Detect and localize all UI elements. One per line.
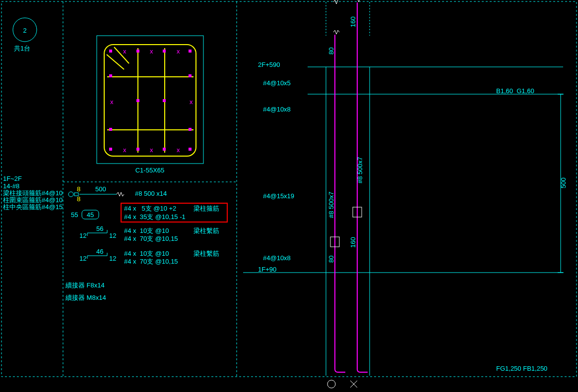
svg-text:8: 8: [77, 195, 80, 203]
svg-rect-6: [109, 50, 112, 53]
svg-rect-7: [136, 50, 139, 53]
svg-text:12: 12: [109, 232, 116, 239]
svg-text:梁柱繫筋: 梁柱繫筋: [193, 250, 219, 257]
svg-text:500: 500: [560, 177, 567, 188]
svg-text:x: x: [177, 146, 180, 154]
svg-point-30: [68, 192, 73, 197]
svg-rect-19: [163, 99, 166, 102]
close-icon: [350, 381, 357, 388]
svg-text:12: 12: [79, 232, 86, 239]
svg-rect-17: [189, 148, 192, 151]
svg-text:55: 55: [71, 211, 78, 219]
section-label: C1-55X65: [135, 167, 165, 174]
svg-text:#4@10x8: #4@10x8: [263, 106, 291, 113]
bars-label: 14-#8: [3, 182, 19, 190]
svg-text:梁柱繫筋: 梁柱繫筋: [193, 227, 219, 234]
svg-rect-16: [163, 148, 166, 151]
svg-text:#4 x  10支 @10: #4 x 10支 @10: [124, 250, 169, 257]
svg-text:x: x: [150, 48, 153, 55]
svg-text:#8 500x7: #8 500x7: [327, 192, 335, 219]
svg-text:12: 12: [109, 255, 116, 262]
svg-text:#4 x  35支 @10,15 -1: #4 x 35支 @10,15 -1: [124, 213, 186, 221]
svg-text:#4@10x8: #4@10x8: [263, 254, 291, 262]
svg-text:500: 500: [95, 185, 106, 193]
svg-text:80: 80: [327, 256, 335, 263]
spec-block: 500 8 8 #8 500 x14 55 45 #4 x 5支 @10 +2 …: [65, 185, 227, 301]
note-3: 柱中央區箍筋#4@15: [3, 203, 63, 211]
svg-rect-15: [136, 148, 139, 151]
svg-text:x: x: [150, 146, 153, 154]
beam-bottom: FG1,250 FB1,250: [496, 365, 547, 372]
svg-rect-12: [109, 128, 112, 131]
svg-text:160: 160: [349, 237, 357, 248]
svg-text:#4 x   5支 @10 +2: #4 x 5支 @10 +2: [124, 205, 176, 212]
svg-text:#4 x  70支 @10,15: #4 x 70支 @10,15: [124, 235, 178, 242]
level-1f: 1F+90: [258, 266, 276, 273]
detail-number: 2: [23, 27, 26, 34]
svg-text:x: x: [190, 98, 193, 106]
elevation: 160 80 160 80 #8 500x7 #8 500x7 500 2F+5…: [243, 0, 567, 376]
svg-text:45: 45: [87, 211, 94, 219]
svg-rect-13: [189, 128, 192, 131]
cad-canvas[interactable]: 2 共1台 1F~2F 14-#8 梁柱接頭箍筋#4@10 柱圍束區箍筋#4@1…: [0, 0, 578, 392]
svg-rect-10: [109, 74, 112, 77]
level-2f: 2F+590: [258, 61, 280, 68]
detail-sub: 共1台: [14, 45, 30, 52]
beam-right: B1,60 G1,60: [496, 87, 534, 95]
spec-main: #8 500 x14: [135, 190, 167, 197]
svg-rect-8: [163, 50, 166, 53]
coupler-1: 續接器 F8x14: [65, 281, 105, 289]
svg-text:#4 x  10支 @10: #4 x 10支 @10: [124, 227, 169, 234]
svg-text:x: x: [177, 48, 180, 55]
origin-marker-icon: [327, 380, 335, 388]
coupler-2: 續接器 M8x14: [65, 294, 106, 301]
svg-rect-18: [136, 99, 139, 102]
svg-text:#4@15x19: #4@15x19: [263, 192, 294, 200]
svg-text:46: 46: [96, 248, 103, 255]
svg-rect-14: [109, 148, 112, 151]
svg-text:8: 8: [77, 185, 80, 193]
range-label: 1F~2F: [3, 175, 22, 182]
section-detail: xxx xxx xx C1-55X65: [97, 36, 203, 174]
svg-text:80: 80: [327, 48, 335, 55]
svg-text:#4@10x5: #4@10x5: [263, 79, 291, 87]
note-1: 梁柱接頭箍筋#4@10: [3, 189, 63, 197]
svg-rect-11: [189, 74, 192, 77]
note-2: 柱圍束區箍筋#4@10: [3, 196, 63, 204]
svg-text:56: 56: [96, 225, 103, 232]
svg-rect-1: [104, 45, 196, 156]
svg-text:#4 x  70支 @10,15: #4 x 70支 @10,15: [124, 258, 178, 265]
svg-text:梁柱箍筋: 梁柱箍筋: [193, 205, 219, 212]
svg-text:12: 12: [79, 255, 86, 262]
svg-text:160: 160: [349, 16, 357, 27]
svg-text:#8 500x7: #8 500x7: [356, 157, 364, 184]
svg-text:x: x: [110, 98, 114, 106]
svg-text:x: x: [123, 48, 127, 55]
svg-rect-9: [189, 50, 192, 53]
svg-text:x: x: [123, 146, 127, 154]
outer-frame: [1, 1, 577, 377]
